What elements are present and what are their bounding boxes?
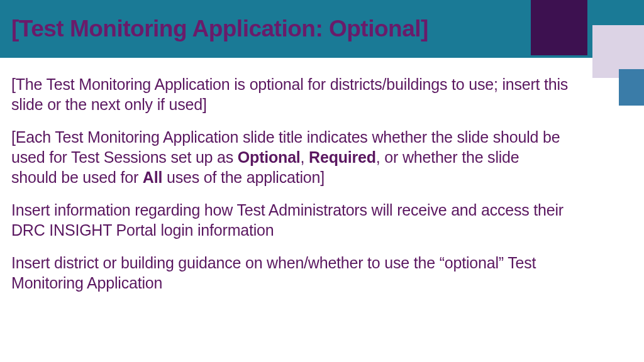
bold-all: All: [143, 168, 162, 186]
slide-body: [The Test Monitoring Application is opti…: [0, 58, 644, 293]
paragraph-2: [Each Test Monitoring Application slide …: [11, 127, 569, 187]
decorative-square-dark: [531, 0, 587, 55]
paragraph-3: Insert information regarding how Test Ad…: [11, 200, 569, 240]
text-span: ,: [301, 148, 309, 166]
bold-required: Required: [309, 148, 376, 166]
text-span: uses of the application]: [162, 168, 325, 186]
paragraph-1: [The Test Monitoring Application is opti…: [11, 74, 569, 114]
slide-title: [Test Monitoring Application: Optional]: [11, 16, 428, 42]
bold-optional: Optional: [238, 148, 301, 166]
decorative-square-blue: [619, 69, 644, 106]
paragraph-4: Insert district or building guidance on …: [11, 253, 569, 293]
